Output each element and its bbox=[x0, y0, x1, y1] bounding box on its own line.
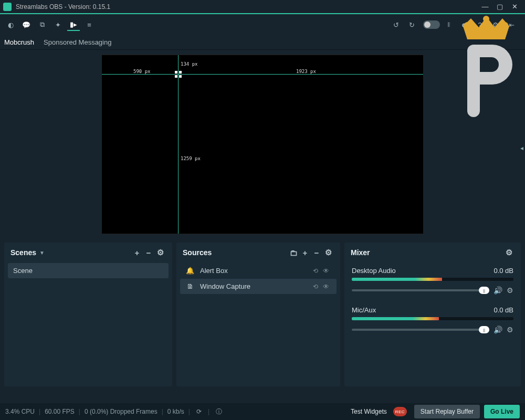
speaker-icon[interactable]: 🔊 bbox=[494, 326, 502, 334]
source-label: Alert Box bbox=[200, 267, 228, 275]
mode-toggle[interactable] bbox=[423, 20, 440, 29]
go-live-button[interactable]: Go Live bbox=[484, 405, 520, 418]
mixer-channel-name: Mic/Aux bbox=[352, 306, 376, 314]
collapse-preview-icon[interactable]: ◂ bbox=[520, 144, 523, 152]
guide-horizontal bbox=[102, 74, 423, 75]
status-bar: 3.4% CPU| 60.00 FPS| 0 (0.0%) Dropped Fr… bbox=[0, 403, 525, 420]
mixer-channel-settings-icon[interactable]: ⚙ bbox=[507, 286, 513, 295]
source-remove-button[interactable]: − bbox=[311, 247, 322, 258]
panel-sources: Sources 🗀 + − ⚙ 🔔Alert Box⟲👁🗎Window Capt… bbox=[176, 243, 340, 386]
record-button[interactable]: REC bbox=[393, 407, 407, 416]
mixer-meter bbox=[352, 278, 513, 281]
status-info-icon[interactable]: ⓘ bbox=[216, 407, 222, 416]
source-add-button[interactable]: + bbox=[299, 247, 311, 258]
source-settings-button[interactable]: ⚙ bbox=[322, 247, 334, 258]
preview-area: 590 px 134 px 1923 px 1259 px ◂ bbox=[0, 50, 525, 238]
status-dropped: 0 (0.0%) Dropped Frames bbox=[85, 408, 158, 415]
status-cpu: 3.4% CPU bbox=[5, 408, 35, 415]
start-replay-button[interactable]: Start Replay Buffer bbox=[414, 405, 480, 418]
panel-scenes: Scenes ▼ + − ⚙ Scene bbox=[4, 243, 172, 386]
undo-icon[interactable]: ↺ bbox=[390, 18, 402, 31]
guide-vertical bbox=[178, 55, 178, 234]
mixer-channel: Desktop Audio0.0 dB||🔊⚙ bbox=[346, 262, 519, 302]
source-visibility-icon[interactable]: 👁 bbox=[321, 283, 331, 290]
mixer-channel-db: 0.0 dB bbox=[494, 306, 513, 314]
source-folder-button[interactable]: 🗀 bbox=[288, 247, 299, 258]
bell-icon: 🔔 bbox=[185, 267, 195, 275]
file-icon: 🗎 bbox=[185, 282, 195, 290]
subtabs: Mobcrush Sponsored Messaging bbox=[0, 35, 525, 50]
source-row[interactable]: 🔔Alert Box⟲👁 bbox=[180, 263, 337, 278]
editor-icon[interactable]: ▮▸ bbox=[67, 18, 80, 31]
slider-thumb[interactable]: || bbox=[479, 326, 489, 333]
mixer-volume-slider[interactable]: || bbox=[352, 329, 489, 331]
panel-scenes-title: Scenes bbox=[10, 248, 36, 257]
magic-icon[interactable]: ✦ bbox=[51, 18, 64, 31]
list-icon[interactable]: ≡ bbox=[83, 18, 96, 31]
chevron-down-icon[interactable]: ▼ bbox=[39, 250, 45, 256]
panel-mixer-title: Mixer bbox=[351, 248, 370, 257]
scene-remove-button[interactable]: − bbox=[143, 247, 154, 258]
preview-canvas[interactable]: 590 px 134 px 1923 px 1259 px bbox=[101, 55, 424, 234]
redo-icon[interactable]: ↻ bbox=[405, 18, 418, 31]
window-title: Streamlabs OBS - Version: 0.15.1 bbox=[16, 3, 110, 10]
app-logo bbox=[3, 3, 12, 11]
logout-icon[interactable]: ⇤ bbox=[505, 18, 518, 31]
selection-handle[interactable] bbox=[175, 71, 182, 78]
source-lock-icon[interactable]: ⟲ bbox=[310, 267, 321, 275]
tab-sponsored[interactable]: Sponsored Messaging bbox=[44, 38, 111, 46]
dim-right: 1923 px bbox=[296, 69, 316, 74]
minimize-button[interactable]: — bbox=[478, 2, 492, 12]
mixer-settings-button[interactable]: ⚙ bbox=[503, 247, 514, 258]
slider-thumb[interactable]: || bbox=[479, 287, 489, 294]
scene-label: Scene bbox=[13, 267, 33, 275]
scene-add-button[interactable]: + bbox=[131, 247, 143, 258]
source-lock-icon[interactable]: ⟲ bbox=[310, 283, 321, 290]
close-button[interactable]: ✕ bbox=[507, 2, 522, 12]
status-bitrate: 0 kb/s bbox=[167, 408, 184, 415]
status-refresh-icon[interactable]: ⟳ bbox=[196, 408, 202, 415]
status-fps: 60.00 FPS bbox=[45, 408, 75, 415]
source-label: Window Capture bbox=[200, 282, 250, 290]
help-icon[interactable]: ? bbox=[474, 18, 486, 31]
panel-sources-title: Sources bbox=[183, 248, 212, 257]
maximize-button[interactable]: ▢ bbox=[492, 2, 507, 12]
mixer-channel-db: 0.0 dB bbox=[494, 267, 513, 275]
mixer-channel-settings-icon[interactable]: ⚙ bbox=[507, 326, 513, 334]
scene-settings-button[interactable]: ⚙ bbox=[154, 247, 166, 258]
mixer-channel-name: Desktop Audio bbox=[352, 267, 396, 275]
mask-icon[interactable]: ☻ bbox=[458, 18, 470, 31]
toolbar: ◐ 💬 ⧉ ✦ ▮▸ ≡ ↺ ↻ ⦀ ☻ ? ⚙ ⇤ bbox=[0, 14, 525, 35]
panel-mixer: Mixer ⚙ Desktop Audio0.0 dB||🔊⚙Mic/Aux0.… bbox=[344, 243, 521, 386]
dim-bottom: 1259 px bbox=[181, 156, 201, 161]
dim-left: 590 px bbox=[133, 69, 151, 74]
speaker-icon[interactable]: 🔊 bbox=[494, 286, 502, 295]
gear-icon[interactable]: ⚙ bbox=[489, 18, 502, 31]
panels-row: Scenes ▼ + − ⚙ Scene Sources 🗀 + − ⚙ 🔔Al… bbox=[0, 238, 525, 391]
source-visibility-icon[interactable]: 👁 bbox=[321, 267, 331, 275]
globe-icon[interactable]: ◐ bbox=[4, 18, 17, 31]
mixer-meter bbox=[352, 317, 513, 320]
dim-top: 134 px bbox=[181, 61, 198, 67]
store-icon[interactable]: ⧉ bbox=[36, 18, 48, 31]
scene-row[interactable]: Scene bbox=[8, 263, 169, 278]
test-widgets-link[interactable]: Test Widgets bbox=[351, 408, 387, 415]
sliders-icon[interactable]: ⦀ bbox=[442, 18, 455, 31]
mixer-volume-slider[interactable]: || bbox=[352, 289, 489, 291]
chat-icon[interactable]: 💬 bbox=[20, 18, 33, 31]
source-row[interactable]: 🗎Window Capture⟲👁 bbox=[180, 279, 337, 294]
mixer-channel: Mic/Aux0.0 dB||🔊⚙ bbox=[346, 302, 519, 341]
titlebar: Streamlabs OBS - Version: 0.15.1 — ▢ ✕ bbox=[0, 0, 525, 13]
tab-mobcrush[interactable]: Mobcrush bbox=[4, 38, 34, 46]
